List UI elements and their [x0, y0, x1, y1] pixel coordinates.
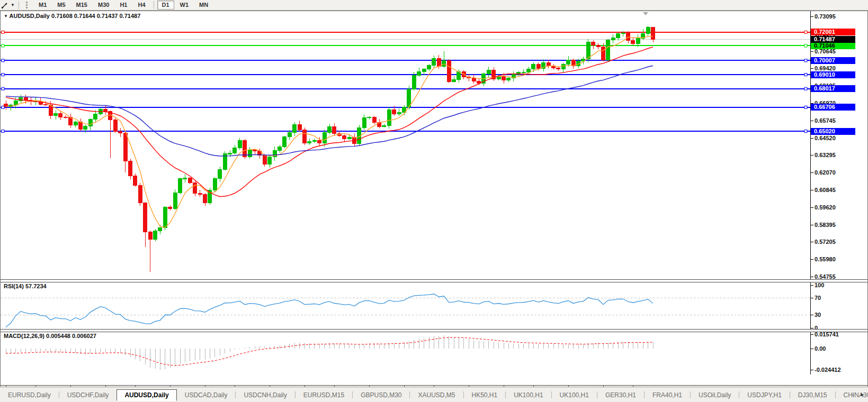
candle-body[interactable] — [567, 60, 570, 64]
candle-body[interactable] — [154, 231, 157, 239]
candle-body[interactable] — [427, 65, 431, 69]
ma-line-mid[interactable] — [6, 47, 653, 197]
candle-body[interactable] — [417, 72, 421, 76]
candle-body[interactable] — [646, 27, 650, 33]
candle-body[interactable] — [333, 127, 336, 134]
candle-body[interactable] — [14, 101, 17, 105]
candle-body[interactable] — [422, 69, 426, 72]
candle-body[interactable] — [621, 33, 625, 34]
macd-signal-line[interactable] — [6, 337, 653, 366]
cursor-tool-icon[interactable] — [0, 1, 10, 10]
candle-body[interactable] — [278, 147, 282, 150]
candle-body[interactable] — [347, 137, 351, 139]
candle-body[interactable] — [323, 132, 326, 143]
timeframe-button-H1[interactable]: H1 — [115, 1, 132, 10]
candle-body[interactable] — [611, 38, 615, 40]
candle-body[interactable] — [59, 114, 62, 117]
candle-body[interactable] — [522, 72, 525, 73]
rsi-canvas[interactable] — [1, 281, 867, 329]
rsi-line[interactable] — [6, 294, 653, 327]
hline-handle[interactable] — [2, 31, 4, 33]
candle-body[interactable] — [288, 132, 291, 137]
price-line-label-0.70007[interactable]: 0.70007 — [811, 57, 855, 64]
price-line-label-0.71046[interactable]: 0.71046 — [811, 42, 855, 49]
candle-body[interactable] — [138, 186, 142, 203]
candle-body[interactable] — [651, 27, 655, 39]
candle-body[interactable] — [253, 150, 257, 151]
candle-body[interactable] — [148, 232, 152, 239]
candle-body[interactable] — [94, 114, 97, 120]
candle-body[interactable] — [268, 157, 272, 164]
price-line-label-0.65020[interactable]: 0.65020 — [811, 128, 855, 135]
chart-shift-marker-icon[interactable] — [643, 12, 648, 15]
chart-tab-AUDUSD-Daily[interactable]: AUDUSD,Daily — [117, 389, 176, 401]
timeframe-button-H4[interactable]: H4 — [133, 1, 150, 10]
candle-body[interactable] — [104, 109, 108, 112]
chart-tab-EURUSD-M15[interactable]: EURUSD,M15 — [296, 389, 352, 401]
main-price-pane[interactable]: ▼ AUDUSD,Daily 0.71608 0.71644 0.71437 0… — [1, 11, 867, 279]
hline-handle[interactable] — [804, 130, 807, 133]
price-line-label-0.68017[interactable]: 0.68017 — [811, 85, 855, 92]
candle-body[interactable] — [298, 124, 301, 130]
hline-handle[interactable] — [2, 130, 4, 133]
candle-body[interactable] — [228, 153, 232, 154]
chart-tab-USDCAD-Daily[interactable]: USDCAD,Daily — [177, 389, 236, 401]
hline-handle[interactable] — [804, 74, 807, 76]
candle-body[interactable] — [88, 120, 92, 126]
candle-body[interactable] — [592, 42, 595, 45]
candle-body[interactable] — [392, 109, 396, 114]
hline-handle[interactable] — [804, 44, 807, 47]
chart-tab-EURUSD-Daily[interactable]: EURUSD,Daily — [0, 389, 59, 401]
candle-body[interactable] — [218, 169, 222, 179]
chart-tab-GER30-H1[interactable]: GER30,H1 — [597, 389, 644, 401]
candle-body[interactable] — [168, 207, 172, 209]
candle-body[interactable] — [69, 117, 73, 125]
timeframe-button-D1[interactable]: D1 — [157, 1, 174, 10]
chart-tab-UK100-H1[interactable]: UK100,H1 — [552, 389, 597, 401]
hline-handle[interactable] — [2, 44, 4, 47]
chart-tab-FRA40-H1[interactable]: FRA40,H1 — [645, 389, 690, 401]
candle-body[interactable] — [144, 203, 147, 232]
price-line-label-0.66706[interactable]: 0.66706 — [811, 104, 855, 111]
hline-handle[interactable] — [804, 106, 807, 108]
timeframe-button-M5[interactable]: M5 — [52, 1, 70, 10]
candle-body[interactable] — [163, 207, 167, 227]
candle-body[interactable] — [248, 150, 252, 157]
candle-body[interactable] — [158, 227, 162, 231]
candle-body[interactable] — [203, 194, 207, 203]
candle-body[interactable] — [487, 70, 490, 74]
candle-body[interactable] — [129, 161, 132, 176]
candle-body[interactable] — [561, 64, 565, 69]
hline-handle[interactable] — [804, 87, 807, 90]
candle-body[interactable] — [343, 136, 346, 139]
candle-body[interactable] — [213, 179, 217, 190]
candle-body[interactable] — [44, 104, 48, 105]
candle-body[interactable] — [178, 179, 182, 193]
hline-handle[interactable] — [2, 74, 4, 76]
chart-tab-USOil-Daily[interactable]: USOil,Daily — [691, 389, 739, 401]
timeframe-button-MN[interactable]: MN — [194, 1, 213, 10]
candle-body[interactable] — [183, 178, 187, 179]
candle-body[interactable] — [283, 137, 287, 147]
candle-body[interactable] — [74, 122, 77, 125]
hline-handle[interactable] — [2, 87, 4, 90]
candle-body[interactable] — [24, 98, 28, 100]
chart-tab-USDCHF-Daily[interactable]: USDCHF,Daily — [59, 389, 117, 401]
candle-body[interactable] — [596, 45, 600, 47]
chart-tab-USDJPY-H1[interactable]: USDJPY,H1 — [739, 389, 789, 401]
candle-body[interactable] — [447, 60, 451, 81]
timeframe-button-M15[interactable]: M15 — [71, 1, 92, 10]
candle-body[interactable] — [308, 142, 311, 143]
candle-body[interactable] — [133, 176, 137, 186]
candle-body[interactable] — [606, 40, 610, 60]
candle-body[interactable] — [532, 65, 535, 69]
chart-tab-UK100-H1[interactable]: UK100,H1 — [506, 389, 551, 401]
chart-tab-XAUUSD-M5[interactable]: XAUUSD,M5 — [410, 389, 463, 401]
hline-handle[interactable] — [804, 59, 807, 62]
hline-handle[interactable] — [804, 31, 807, 33]
candle-body[interactable] — [303, 130, 307, 143]
candle-body[interactable] — [318, 140, 321, 143]
candle-body[interactable] — [472, 78, 476, 81]
candle-body[interactable] — [527, 69, 531, 72]
pane-splitter[interactable] — [1, 279, 867, 282]
